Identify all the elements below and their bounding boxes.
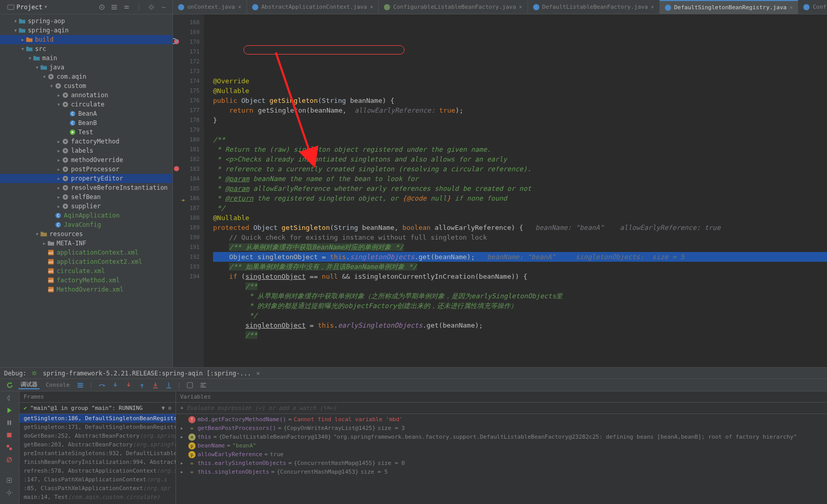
add-watch-icon[interactable]: + [180, 405, 184, 411]
trace-icon[interactable] [199, 381, 208, 390]
stack-frame[interactable]: getBean:203, AbstractBeanFactory (org.sp… [20, 440, 175, 449]
code-line[interactable]: */ [213, 311, 827, 320]
tree-item[interactable]: ▾resources [0, 229, 172, 239]
code-line[interactable]: if (singletonObject == null && isSinglet… [213, 272, 827, 281]
tree-item[interactable]: ▸selfBean [0, 192, 172, 202]
line-number[interactable]: 194 [173, 272, 200, 281]
line-number[interactable]: 182 [173, 154, 200, 164]
filter-icon[interactable]: ▼ [162, 405, 165, 411]
editor-tab[interactable]: DefaultListableBeanFactory.java× [528, 0, 660, 14]
stack-frame[interactable]: :147, ClassPathXmlApplicationContext (or… [20, 475, 175, 484]
settings-icon[interactable] [147, 3, 156, 12]
close-icon[interactable]: × [238, 4, 241, 10]
stop-icon[interactable] [6, 431, 14, 440]
chevron-icon[interactable]: ▸ [41, 240, 47, 247]
line-number[interactable]: 174 [173, 76, 200, 86]
line-number[interactable]: 169 [173, 27, 200, 37]
close-tab-icon[interactable]: × [256, 370, 260, 377]
variable-row[interactable]: ▸∞this.singletonObjects = {ConcurrentHas… [176, 467, 827, 476]
chevron-icon[interactable]: ▾ [12, 17, 19, 25]
mute-breakpoints-icon[interactable] [6, 456, 14, 464]
tree-item[interactable]: xmlapplicationContext.xml [0, 248, 172, 257]
view-breakpoints-icon[interactable] [6, 444, 14, 452]
close-icon[interactable]: × [519, 4, 522, 10]
code-line[interactable]: @Nullable [213, 86, 827, 96]
line-number[interactable]: 173 [173, 66, 200, 76]
code-line[interactable]: /** [213, 330, 827, 340]
tree-item[interactable]: xmlfactoryMethod.xml [0, 276, 172, 285]
stack-frame[interactable]: preInstantiateSingletons:932, DefaultLis… [20, 449, 175, 458]
force-step-into-icon[interactable] [124, 381, 133, 390]
variable-row[interactable]: !mbd.getFactoryMethodName() = Cannot fin… [176, 415, 827, 424]
code-line[interactable]: */ [213, 203, 827, 213]
close-icon[interactable]: × [651, 4, 654, 10]
chevron-icon[interactable]: ▸ [56, 175, 62, 182]
console-tab[interactable]: Console [44, 382, 72, 388]
code-line[interactable]: public Object getSingleton(String beanNa… [213, 96, 827, 105]
line-number[interactable]: 171 [173, 47, 200, 57]
chevron-icon[interactable]: ▸ [56, 203, 62, 210]
editor-tab[interactable]: ConfigurableListableBeanFactory.java× [379, 0, 527, 14]
chevron-icon[interactable]: ▸ [56, 184, 62, 191]
line-number[interactable]: 176 [173, 96, 200, 105]
chevron-icon[interactable]: ▸ [20, 36, 26, 43]
variable-row[interactable]: pallowEarlyReference = true [176, 450, 827, 459]
tree-item[interactable]: ▾com.aqin [0, 72, 172, 81]
chevron-icon[interactable]: ▸ [56, 138, 62, 145]
drop-frame-icon[interactable] [151, 381, 160, 390]
stack-frame[interactable]: getSingleton:186, DefaultSingletonBeanRe… [20, 414, 175, 423]
line-number[interactable]: 185 [173, 184, 200, 193]
variable-row[interactable]: ▸≡this = {DefaultListableBeanFactory@134… [176, 433, 827, 441]
code-line[interactable]: * reference to a currently created singl… [213, 164, 827, 174]
chevron-icon[interactable]: ▾ [20, 45, 26, 52]
editor-tab[interactable]: ConfigurationClassPostProce [798, 0, 827, 14]
debugger-tab[interactable]: 调试器 [19, 381, 40, 389]
chevron-icon[interactable]: ▸ [180, 460, 186, 466]
thread-selector[interactable]: ✔ "main"@1 in group "main": RUNNING ▼ ⚙ [20, 403, 175, 414]
editor-tab[interactable]: DefaultSingletonBeanRegistry.java× [660, 0, 799, 14]
hide-icon[interactable]: — [159, 3, 168, 12]
line-number[interactable]: 177 [173, 105, 200, 115]
code-line[interactable]: * Return the (raw) singleton object regi… [213, 145, 827, 154]
line-number[interactable]: 178 [173, 115, 200, 125]
line-number[interactable]: 192 [173, 252, 200, 262]
chevron-icon[interactable]: ▾ [12, 27, 19, 34]
code-line[interactable]: * 的对象的都是通过提前曝光的objectFactory创建出来的，还未进行属性… [213, 301, 827, 311]
tree-item[interactable]: xmlapplicationContext2.xml [0, 257, 172, 266]
run-config-name[interactable]: spring-framework-5.2.21.RELEASE:spring-a… [43, 370, 251, 377]
threads-icon[interactable] [76, 381, 85, 390]
tree-item[interactable]: CAqinApplication [0, 211, 172, 220]
line-number[interactable]: 180 [173, 135, 200, 145]
frames-list[interactable]: getSingleton:186, DefaultSingletonBeanRe… [20, 414, 175, 504]
stack-frame[interactable]: doGetBean:252, AbstractBeanFactory (org.… [20, 431, 175, 440]
evaluate-input[interactable]: + Evaluate expression (↩) or add a watch… [176, 403, 827, 414]
line-number[interactable]: 170 [173, 37, 200, 47]
resume-icon[interactable] [6, 407, 14, 415]
code-line[interactable]: @Nullable [213, 213, 827, 223]
code-line[interactable]: * @param beanName the name of the bean t… [213, 174, 827, 184]
tree-item[interactable]: ▸META-INF [0, 239, 172, 248]
line-number[interactable]: 188 [173, 213, 200, 223]
close-icon[interactable]: × [370, 4, 373, 10]
variables-list[interactable]: !mbd.getFactoryMethodName() = Cannot fin… [176, 414, 827, 504]
code-line[interactable]: } [213, 115, 827, 125]
chevron-icon[interactable]: ▾ [41, 73, 47, 80]
code-line[interactable]: /** 从单例对象缓存中获取BeanName对应的单例对象 */ [213, 242, 827, 252]
code-line[interactable]: * @param allowEarlyReference whether ear… [213, 184, 827, 193]
pause-icon[interactable] [6, 419, 14, 427]
chevron-icon[interactable]: ▾ [48, 82, 55, 89]
tree-item[interactable]: CJavaConfig [0, 220, 172, 229]
chevron-icon[interactable]: ▸ [56, 92, 62, 99]
step-over-icon[interactable] [97, 381, 107, 390]
chevron-icon[interactable]: ▾ [34, 64, 40, 71]
chevron-icon[interactable]: ▾ [34, 230, 40, 238]
tree-item[interactable]: CBeanB [0, 118, 172, 128]
tree-item[interactable]: ▸labels [0, 146, 172, 155]
line-number[interactable]: 190 [173, 232, 200, 242]
collapse-all-icon[interactable] [122, 3, 131, 12]
tree-item[interactable]: ▾java [0, 63, 172, 72]
chevron-icon[interactable]: ▸ [56, 166, 62, 173]
line-number[interactable]: 184 [173, 174, 200, 184]
get-thread-dump-icon[interactable] [6, 477, 14, 485]
code-line[interactable]: Object singletonObject = this.singletonO… [213, 252, 827, 262]
